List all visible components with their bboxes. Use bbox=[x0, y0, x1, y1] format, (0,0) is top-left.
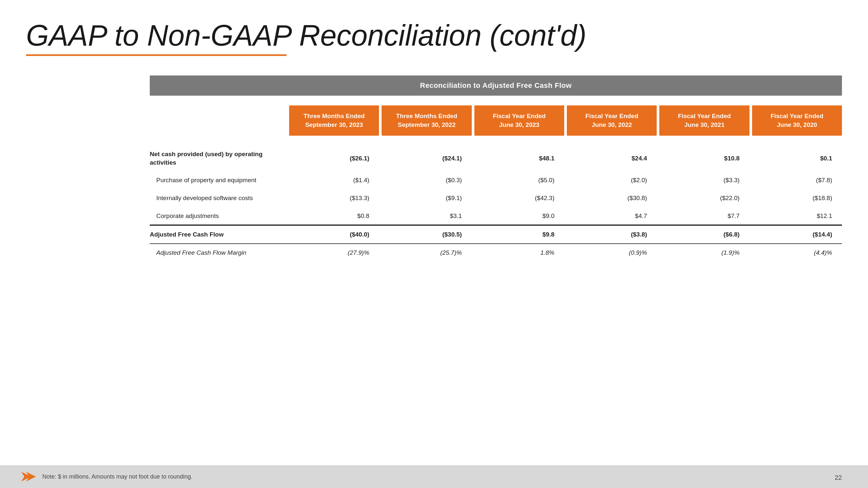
col-header-line2-5: June 30, 2020 bbox=[757, 121, 837, 129]
table-row-1: Purchase of property and equipment ($1.4… bbox=[150, 171, 842, 189]
row-label-0: Net cash provided (used) by operating ac… bbox=[150, 145, 286, 171]
col-header-line2-3: June 30, 2022 bbox=[572, 121, 652, 129]
col-header-line2-2: June 30, 2023 bbox=[479, 121, 559, 129]
data-table: Net cash provided (used) by operating ac… bbox=[150, 145, 842, 262]
col-header-0: Three Months Ended September 30, 2023 bbox=[289, 105, 379, 136]
cell-3-5: $12.1 bbox=[752, 208, 842, 224]
column-headers: Three Months Ended September 30, 2023 Th… bbox=[150, 105, 842, 136]
page-number: 22 bbox=[835, 474, 842, 482]
section-header: Reconciliation to Adjusted Free Cash Flo… bbox=[150, 75, 842, 96]
cell-2-4: ($22.0) bbox=[659, 190, 749, 206]
cell-1-5: ($7.8) bbox=[752, 172, 842, 188]
table-row-5: Adjusted Free Cash Flow Margin (27.9)% (… bbox=[150, 244, 842, 262]
cell-4-2: $9.8 bbox=[474, 226, 564, 243]
cell-3-3: $4.7 bbox=[567, 208, 657, 224]
col-header-line2-1: September 30, 2022 bbox=[386, 121, 467, 129]
col-header-2: Fiscal Year Ended June 30, 2023 bbox=[474, 105, 564, 136]
cell-2-2: ($42.3) bbox=[474, 190, 564, 206]
row-label-3: Corporate adjustments bbox=[150, 207, 286, 225]
cell-5-3: (0.9)% bbox=[567, 245, 657, 261]
col-header-3: Fiscal Year Ended June 30, 2022 bbox=[567, 105, 657, 136]
cell-5-0: (27.9)% bbox=[289, 245, 379, 261]
col-header-line1-5: Fiscal Year Ended bbox=[757, 112, 837, 121]
col-header-4: Fiscal Year Ended June 30, 2021 bbox=[659, 105, 749, 136]
cell-1-3: ($2.0) bbox=[567, 172, 657, 188]
cell-4-4: ($6.8) bbox=[659, 226, 749, 243]
cell-5-4: (1.9)% bbox=[659, 245, 749, 261]
content-area: Reconciliation to Adjusted Free Cash Flo… bbox=[26, 75, 842, 262]
cell-2-0: ($13.3) bbox=[289, 190, 379, 206]
page: GAAP to Non-GAAP Reconciliation (cont'd)… bbox=[0, 0, 868, 488]
title-underline bbox=[26, 54, 286, 56]
label-space bbox=[150, 105, 286, 136]
cell-1-1: ($0.3) bbox=[381, 172, 471, 188]
table-row-2: Internally developed software costs ($13… bbox=[150, 189, 842, 207]
cell-0-3: $24.4 bbox=[567, 150, 657, 167]
cell-5-2: 1.8% bbox=[474, 245, 564, 261]
row-label-1: Purchase of property and equipment bbox=[150, 171, 286, 189]
title-section: GAAP to Non-GAAP Reconciliation (cont'd) bbox=[26, 20, 842, 56]
cell-3-0: $0.8 bbox=[289, 208, 379, 224]
cell-0-2: $48.1 bbox=[474, 150, 564, 167]
col-header-line1-4: Fiscal Year Ended bbox=[664, 112, 744, 121]
cell-0-5: $0.1 bbox=[752, 150, 842, 167]
table-row-0: Net cash provided (used) by operating ac… bbox=[150, 145, 842, 171]
cell-4-5: ($14.4) bbox=[752, 226, 842, 243]
cell-5-5: (4.4)% bbox=[752, 245, 842, 261]
col-header-line1-3: Fiscal Year Ended bbox=[572, 112, 652, 121]
cell-1-4: ($3.3) bbox=[659, 172, 749, 188]
bottom-bar: Note: $ in millions. Amounts may not foo… bbox=[0, 465, 868, 488]
cell-0-0: ($26.1) bbox=[289, 150, 379, 167]
cell-4-0: ($40.0) bbox=[289, 226, 379, 243]
col-header-line2-4: June 30, 2021 bbox=[664, 121, 744, 129]
col-header-5: Fiscal Year Ended June 30, 2020 bbox=[752, 105, 842, 136]
cell-1-2: ($5.0) bbox=[474, 172, 564, 188]
row-label-4: Adjusted Free Cash Flow bbox=[150, 226, 286, 243]
cell-2-5: ($18.8) bbox=[752, 190, 842, 206]
cell-4-1: ($30.5) bbox=[381, 226, 471, 243]
cell-0-1: ($24.1) bbox=[381, 150, 471, 167]
cell-0-4: $10.8 bbox=[659, 150, 749, 167]
cell-4-3: ($3.8) bbox=[567, 226, 657, 243]
cell-5-1: (25.7)% bbox=[381, 245, 471, 261]
note-text: Note: $ in millions. Amounts may not foo… bbox=[42, 474, 192, 480]
cell-3-1: $3.1 bbox=[381, 208, 471, 224]
row-label-5: Adjusted Free Cash Flow Margin bbox=[150, 244, 286, 262]
arrow-icon bbox=[20, 468, 36, 485]
cell-3-2: $9.0 bbox=[474, 208, 564, 224]
col-header-line1-2: Fiscal Year Ended bbox=[479, 112, 559, 121]
table-row-3: Corporate adjustments $0.8 $3.1 $9.0 $4.… bbox=[150, 207, 842, 225]
cell-2-1: ($9.1) bbox=[381, 190, 471, 206]
cell-2-3: ($30.8) bbox=[567, 190, 657, 206]
col-header-line1-0: Three Months Ended bbox=[294, 112, 374, 121]
table-row-4: Adjusted Free Cash Flow ($40.0) ($30.5) … bbox=[150, 225, 842, 244]
col-header-1: Three Months Ended September 30, 2022 bbox=[381, 105, 471, 136]
cell-3-4: $7.7 bbox=[659, 208, 749, 224]
row-label-2: Internally developed software costs bbox=[150, 189, 286, 207]
cell-1-0: ($1.4) bbox=[289, 172, 379, 188]
col-header-line2-0: September 30, 2023 bbox=[294, 121, 374, 129]
page-title: GAAP to Non-GAAP Reconciliation (cont'd) bbox=[26, 20, 842, 52]
col-header-line1-1: Three Months Ended bbox=[386, 112, 467, 121]
